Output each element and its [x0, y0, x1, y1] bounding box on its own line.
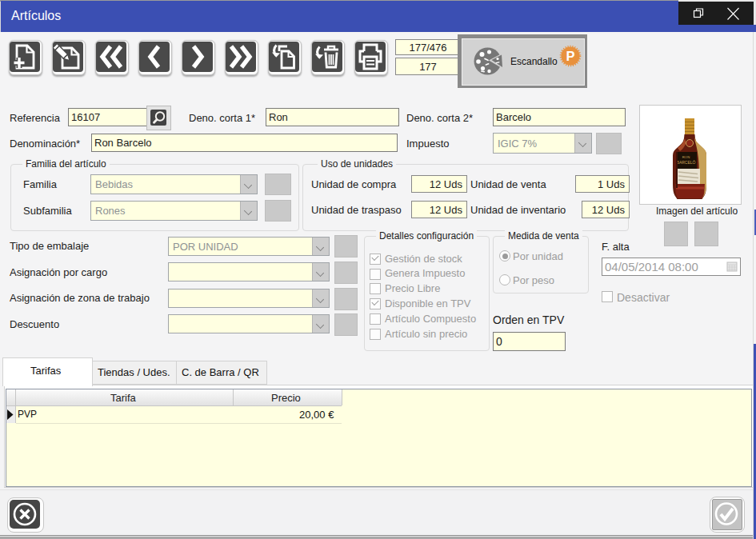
- svg-text:RON: RON: [682, 155, 690, 159]
- svg-text:P: P: [566, 49, 574, 63]
- svg-text:BARCELÓ: BARCELÓ: [677, 160, 696, 165]
